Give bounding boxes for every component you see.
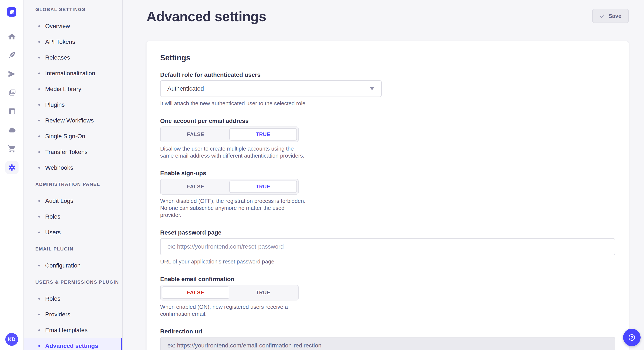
page-header: Advanced settings Save	[123, 0, 644, 24]
email-confirmation-false-option[interactable]: FALSE	[162, 286, 229, 299]
sidebar-item-webhooks[interactable]: Webhooks	[24, 160, 122, 176]
bullet-icon	[38, 41, 40, 43]
main-content: Advanced settings Save Settings Default …	[123, 0, 644, 350]
help-button[interactable]: ?	[623, 329, 640, 346]
sidebar-item-internationalization[interactable]: Internationalization	[24, 65, 122, 81]
save-button[interactable]: Save	[592, 9, 629, 23]
images-icon	[8, 88, 16, 97]
bullet-icon	[38, 314, 40, 315]
bullet-icon	[38, 167, 40, 169]
default-role-label: Default role for authenticated users	[160, 71, 615, 78]
bullet-icon	[38, 216, 40, 217]
default-role-value: Authenticated	[168, 85, 204, 92]
sidebar-item-label: Roles	[45, 213, 60, 220]
strapi-logo[interactable]	[7, 7, 16, 16]
rail-item-cloud[interactable]	[0, 121, 24, 140]
bullet-icon	[38, 232, 40, 233]
rail-item-deploy[interactable]	[0, 65, 24, 83]
sidebar-item-media-library[interactable]: Media Library	[24, 81, 122, 97]
sidebar-item-releases[interactable]: Releases	[24, 50, 122, 65]
cloud-icon	[8, 126, 16, 134]
rail-item-content-type-builder[interactable]	[0, 46, 24, 65]
sidebar-item-email-templates[interactable]: Email templates	[24, 322, 122, 338]
check-icon	[600, 13, 605, 19]
bullet-icon	[38, 120, 40, 121]
subnav-section-email-plugin: EMAIL PLUGIN Configuration	[24, 246, 122, 273]
reset-password-hint: URL of your application's reset password…	[160, 258, 615, 265]
sidebar-item-label: Internationalization	[45, 70, 95, 77]
bullet-icon	[38, 151, 40, 153]
one-account-label: One account per email address	[160, 118, 615, 124]
rail-item-media-library[interactable]	[0, 83, 24, 102]
bullet-icon	[38, 136, 40, 137]
sidebar-item-plugins[interactable]: Plugins	[24, 97, 122, 113]
subnav-section-admin-panel: ADMINISTRATION PANEL Audit Logs Roles Us…	[24, 181, 122, 240]
sidebar-item-label: Advanced settings	[45, 343, 98, 349]
sign-ups-true-option[interactable]: TRUE	[229, 180, 297, 193]
reset-password-input[interactable]	[160, 238, 615, 255]
sidebar-item-audit-logs[interactable]: Audit Logs	[24, 193, 122, 209]
rail-icon-list	[0, 24, 24, 177]
sidebar-item-label: Webhooks	[45, 164, 73, 171]
email-confirmation-label: Enable email confirmation	[160, 276, 615, 283]
sign-ups-false-option[interactable]: FALSE	[162, 180, 229, 193]
sidebar-item-review-workflows[interactable]: Review Workflows	[24, 113, 122, 128]
sign-ups-toggle: FALSE TRUE	[160, 179, 298, 194]
reset-password-label: Reset password page	[160, 229, 615, 236]
gear-icon	[8, 163, 16, 172]
settings-card: Settings Default role for authenticated …	[146, 41, 629, 350]
settings-active-indicator	[5, 161, 18, 174]
bullet-icon	[38, 25, 40, 27]
sidebar-item-label: Releases	[45, 54, 70, 61]
svg-text:?: ?	[630, 335, 633, 340]
bullet-icon	[38, 265, 40, 266]
email-confirmation-true-option[interactable]: TRUE	[229, 286, 297, 299]
sidebar-item-advanced-settings[interactable]: Advanced settings	[24, 338, 122, 350]
subnav-section-title: ADMINISTRATION PANEL	[24, 181, 122, 187]
save-button-label: Save	[608, 13, 622, 19]
sidebar-item-admin-roles[interactable]: Roles	[24, 209, 122, 224]
sign-ups-label: Enable sign-ups	[160, 170, 615, 177]
sidebar-item-label: Single Sign-On	[45, 133, 85, 140]
sidebar-item-providers[interactable]: Providers	[24, 307, 122, 322]
one-account-false-option[interactable]: FALSE	[162, 128, 229, 141]
bullet-icon	[38, 329, 40, 331]
rail-item-home[interactable]	[0, 27, 24, 46]
one-account-true-option[interactable]: TRUE	[229, 128, 297, 141]
sidebar-item-label: Audit Logs	[45, 197, 73, 204]
settings-section-heading: Settings	[160, 53, 615, 62]
email-confirmation-hint: When enabled (ON), new registered users …	[160, 303, 307, 318]
field-enable-sign-ups: Enable sign-ups FALSE TRUE When disabled…	[160, 170, 615, 219]
sidebar-item-api-tokens[interactable]: API Tokens	[24, 34, 122, 50]
default-role-hint: It will attach the new authenticated use…	[160, 100, 615, 107]
sidebar-item-up-roles[interactable]: Roles	[24, 291, 122, 307]
sidebar-item-overview[interactable]: Overview	[24, 18, 122, 34]
rail-user-area: KD	[0, 328, 24, 350]
rail-item-settings[interactable]	[0, 158, 24, 177]
rail-item-marketplace[interactable]	[0, 140, 24, 158]
sidebar-item-label: Providers	[45, 311, 70, 318]
sidebar-item-transfer-tokens[interactable]: Transfer Tokens	[24, 144, 122, 160]
sidebar-item-label: Email templates	[45, 327, 88, 334]
subnav-section-users-permissions: USERS & PERMISSIONS PLUGIN Roles Provide…	[24, 279, 122, 350]
user-avatar[interactable]: KD	[5, 333, 18, 346]
rail-item-content-manager[interactable]	[0, 102, 24, 121]
sidebar-item-label: Users	[45, 229, 61, 236]
sidebar-item-admin-users[interactable]: Users	[24, 224, 122, 240]
shopping-cart-icon	[8, 145, 16, 153]
bullet-icon	[38, 345, 40, 347]
subnav-section-global: GLOBAL SETTINGS Overview API Tokens Rele…	[24, 7, 122, 176]
subnav-section-title: EMAIL PLUGIN	[24, 246, 122, 252]
default-role-select[interactable]: Authenticated	[160, 80, 382, 97]
paper-plane-icon	[8, 70, 16, 78]
sidebar-item-label: Plugins	[45, 101, 65, 108]
chevron-down-icon	[370, 87, 374, 90]
feather-icon	[8, 51, 16, 59]
sidebar-item-email-configuration[interactable]: Configuration	[24, 258, 122, 273]
subnav-section-title: GLOBAL SETTINGS	[24, 7, 122, 12]
sidebar-item-label: Review Workflows	[45, 117, 94, 124]
sidebar-item-label: API Tokens	[45, 38, 75, 45]
bullet-icon	[38, 298, 40, 300]
field-default-role: Default role for authenticated users Aut…	[160, 71, 615, 107]
sidebar-item-single-sign-on[interactable]: Single Sign-On	[24, 128, 122, 144]
